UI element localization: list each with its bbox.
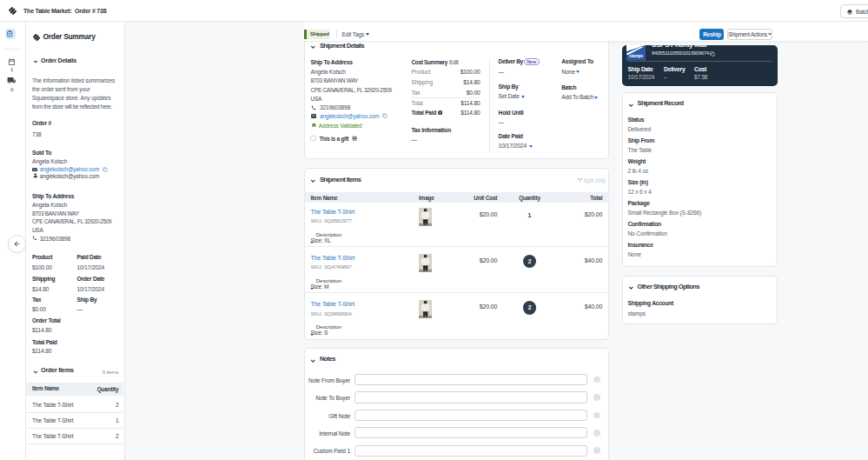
- svg-text:stamps: stamps: [629, 54, 644, 58]
